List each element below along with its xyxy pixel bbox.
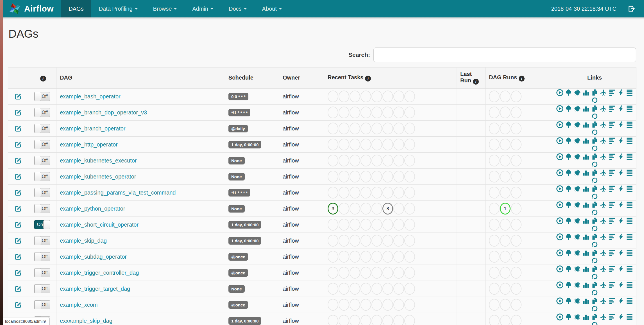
task-state-circle[interactable] [382,123,393,134]
refresh-icon[interactable] [591,257,598,264]
nav-item-data-profiling[interactable]: Data Profiling [91,0,146,17]
task-state-circle[interactable] [339,235,349,247]
edit-dag-icon[interactable] [14,205,22,213]
play-circle-icon[interactable] [556,137,564,145]
task-state-circle[interactable] [360,123,371,134]
landing-times-icon[interactable] [600,265,607,273]
refresh-icon[interactable] [591,145,598,152]
gantt-icon[interactable] [608,233,616,241]
landing-times-icon[interactable] [600,121,607,128]
task-state-circle[interactable] [360,315,371,325]
task-state-circle[interactable] [371,299,382,311]
tries-icon[interactable] [591,201,598,209]
task-state-circle[interactable] [350,219,360,231]
gantt-icon[interactable] [608,153,616,161]
dag-run-circle[interactable] [489,187,500,198]
task-state-circle[interactable] [382,219,393,231]
logs-icon[interactable] [626,297,633,305]
tries-icon[interactable] [591,169,598,177]
dag-link[interactable]: example_skip_dag [60,238,107,244]
task-state-circle[interactable] [350,139,360,150]
dag-link[interactable]: example_short_circuit_operator [60,222,139,228]
task-state-circle[interactable] [382,251,393,263]
dag-run-circle[interactable] [511,91,521,102]
play-circle-icon[interactable] [556,185,564,193]
dag-link[interactable]: example_trigger_target_dag [60,286,130,292]
dag-link[interactable]: example_python_operator [60,206,125,212]
task-state-circle[interactable] [328,139,338,150]
dag-run-circle[interactable] [500,139,511,150]
tree-icon[interactable] [565,313,572,321]
task-state-circle[interactable] [328,171,338,182]
dag-run-circle[interactable] [500,219,511,231]
task-state-circle[interactable] [371,187,382,198]
task-state-circle[interactable] [404,299,415,311]
task-state-circle[interactable] [360,155,371,166]
landing-times-icon[interactable] [600,281,607,289]
dag-link[interactable]: example_http_operator [60,141,118,148]
gantt-icon[interactable] [608,249,616,257]
edit-dag-icon[interactable] [14,221,22,229]
landing-times-icon[interactable] [600,233,607,241]
logs-icon[interactable] [626,89,633,96]
task-state-circle[interactable] [404,91,415,102]
landing-times-icon[interactable] [600,313,607,321]
code-icon[interactable] [617,137,625,145]
tries-icon[interactable] [591,265,598,273]
task-state-circle[interactable] [360,107,371,118]
task-state-circle[interactable] [382,283,393,295]
dag-pause-toggle[interactable]: Off [34,156,50,165]
tree-icon[interactable] [565,89,572,96]
tries-icon[interactable] [591,153,598,161]
duration-icon[interactable] [582,169,590,177]
duration-icon[interactable] [582,89,590,96]
dag-run-circle[interactable] [500,187,511,198]
gantt-icon[interactable] [608,185,616,193]
edit-dag-icon[interactable] [14,157,22,164]
task-state-circle[interactable] [328,251,338,263]
edit-dag-icon[interactable] [14,301,22,309]
refresh-icon[interactable] [591,96,598,104]
task-state-circle[interactable] [350,315,360,325]
task-state-circle[interactable] [339,123,349,134]
graph-icon[interactable] [573,265,581,273]
dag-run-circle[interactable] [511,299,521,311]
dag-run-circle[interactable] [489,315,500,325]
task-state-circle[interactable] [350,299,360,311]
task-state-circle[interactable] [382,91,393,102]
logs-icon[interactable] [626,217,633,225]
edit-dag-icon[interactable] [14,237,22,245]
dag-run-circle[interactable] [489,107,500,118]
task-state-circle[interactable]: 3 [328,203,338,215]
dag-link[interactable]: example_passing_params_via_test_command [60,189,176,196]
gantt-icon[interactable] [608,137,616,145]
landing-times-icon[interactable] [600,105,607,112]
play-circle-icon[interactable] [556,313,564,321]
dag-run-circle[interactable] [489,123,500,134]
task-state-circle[interactable] [328,123,338,134]
dag-link[interactable]: example_kubernetes_executor [60,157,137,164]
task-state-circle[interactable] [328,219,338,231]
task-state-circle[interactable] [350,91,360,102]
tree-icon[interactable] [565,201,572,209]
duration-icon[interactable] [582,185,590,193]
logs-icon[interactable] [626,169,633,177]
task-state-circle[interactable] [393,171,404,182]
refresh-icon[interactable] [591,209,598,216]
gantt-icon[interactable] [608,297,616,305]
play-circle-icon[interactable] [556,233,564,241]
task-state-circle[interactable] [339,155,349,166]
task-state-circle[interactable] [371,219,382,231]
task-state-circle[interactable] [328,155,338,166]
task-state-circle[interactable] [393,155,404,166]
refresh-icon[interactable] [591,128,598,136]
dag-pause-toggle[interactable]: Off [34,252,50,261]
dag-run-circle[interactable] [489,139,500,150]
play-circle-icon[interactable] [556,89,564,96]
tree-icon[interactable] [565,121,572,128]
dag-pause-toggle[interactable]: On [34,220,50,229]
dag-link[interactable]: exxxample_skip_dag [60,318,112,324]
task-state-circle[interactable] [360,235,371,247]
logs-icon[interactable] [626,153,633,161]
play-circle-icon[interactable] [556,169,564,177]
